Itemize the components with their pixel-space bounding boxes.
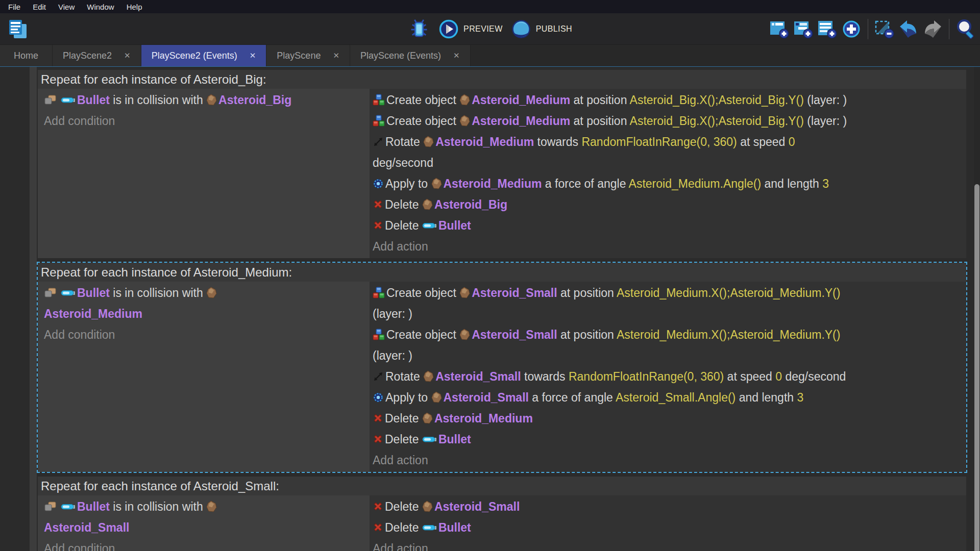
tab-home[interactable]: Home [0, 45, 53, 66]
event-header[interactable]: Repeat for each instance of Asteroid_Sma… [38, 477, 966, 495]
asteroid-icon [206, 500, 217, 512]
text-segment: (layer: ) [373, 307, 412, 320]
search-button[interactable] [954, 18, 977, 40]
preview-button[interactable]: PREVIEW [438, 19, 503, 39]
menu-edit[interactable]: Edit [27, 3, 52, 11]
action-row[interactable]: Apply to Asteroid_Small a force of angle… [373, 387, 962, 408]
action-row[interactable]: Delete Bullet [373, 517, 962, 538]
tab-close-icon[interactable]: ✕ [333, 51, 339, 60]
text-segment: Asteroid_Small [435, 370, 521, 383]
asteroid-icon [206, 287, 217, 298]
scrollbar[interactable] [974, 67, 980, 551]
undo-button[interactable] [897, 18, 920, 40]
add-condition-button[interactable]: Add condition [44, 324, 364, 345]
preview-play-icon [438, 19, 459, 39]
tab-playscene2-events[interactable]: PlayScene2 (Events)✕ [141, 45, 267, 66]
menu-window[interactable]: Window [81, 3, 120, 11]
add-event-button[interactable] [768, 18, 791, 40]
event-block[interactable]: Repeat for each instance of Asteroid_Big… [37, 69, 967, 259]
text-segment: Bullet [438, 219, 471, 232]
add-action-button[interactable]: Add action [373, 236, 962, 257]
event-header[interactable]: Repeat for each instance of Asteroid_Big… [38, 70, 966, 89]
text-segment: 0 [775, 370, 782, 383]
create-icon [373, 329, 385, 341]
tab-playscene2[interactable]: PlayScene2✕ [53, 45, 141, 66]
collision-icon [44, 95, 57, 105]
remove-event-icon [874, 18, 895, 40]
app-logo-button[interactable] [6, 17, 31, 41]
text-segment: Asteroid_Medium.X();Asteroid_Medium.Y() [617, 328, 840, 341]
scrollbar-thumb[interactable] [974, 184, 979, 551]
asteroid-icon [431, 178, 442, 189]
condition-row[interactable]: Bullet is in collision with Asteroid_Sma… [44, 496, 364, 538]
bullet-icon [61, 96, 76, 104]
debug-bug-icon [409, 19, 429, 39]
text-segment: Asteroid_Medium [44, 307, 142, 320]
event-block[interactable]: Repeat for each instance of Asteroid_Sma… [37, 475, 967, 551]
tab-close-icon[interactable]: ✕ [250, 51, 256, 60]
text-segment: Bullet [438, 521, 471, 534]
create-icon [373, 115, 385, 127]
action-row[interactable]: Delete Bullet [373, 215, 962, 236]
text-segment: Apply to [385, 177, 431, 190]
event-body: Bullet is in collision with Asteroid_Med… [38, 282, 966, 472]
add-condition-button[interactable]: Add condition [44, 538, 364, 551]
menu-file[interactable]: File [2, 3, 27, 11]
toolbar-separator [868, 19, 868, 39]
tab-playscene-events[interactable]: PlayScene (Events)✕ [350, 45, 471, 66]
text-segment: Delete [385, 219, 422, 232]
delete-icon [373, 199, 383, 210]
bullet-icon [422, 523, 437, 532]
bullet-icon [61, 289, 76, 297]
event-header[interactable]: Repeat for each instance of Asteroid_Med… [38, 263, 966, 282]
debug-button[interactable] [408, 18, 430, 40]
add-action-button[interactable]: Add action [373, 450, 962, 471]
publish-label: PUBLISH [536, 24, 572, 34]
tab-close-icon[interactable]: ✕ [453, 51, 460, 60]
text-segment: Delete [385, 500, 422, 513]
redo-button[interactable] [921, 18, 944, 40]
remove-event-button[interactable] [873, 18, 896, 40]
action-row[interactable]: Delete Asteroid_Small [373, 496, 962, 517]
text-segment: Bullet [438, 433, 471, 446]
tab-playscene[interactable]: PlayScene✕ [266, 45, 350, 66]
condition-row[interactable]: Bullet is in collision with Asteroid_Big [44, 90, 364, 111]
asteroid-icon [431, 391, 442, 403]
tab-bar: HomePlayScene2✕PlayScene2 (Events)✕PlayS… [0, 45, 980, 66]
add-condition-button[interactable]: Add condition [44, 111, 364, 132]
action-row[interactable]: Rotate Asteroid_Medium towards RandomFlo… [373, 132, 962, 173]
delete-icon [373, 522, 383, 533]
action-row[interactable]: Rotate Asteroid_Small towards RandomFloa… [373, 366, 962, 387]
asteroid-icon [422, 412, 433, 424]
events-sheet[interactable]: Repeat for each instance of Asteroid_Big… [37, 67, 967, 551]
add-comment-button[interactable] [816, 18, 839, 40]
condition-row[interactable]: Bullet is in collision with Asteroid_Med… [44, 283, 364, 324]
text-segment: Asteroid_Small [472, 286, 557, 299]
text-segment: towards [521, 370, 569, 383]
add-action-button[interactable]: Add action [373, 538, 962, 551]
add-circle-button[interactable] [840, 18, 863, 40]
text-segment: at speed [737, 135, 789, 148]
tab-close-icon[interactable]: ✕ [124, 51, 131, 60]
menu-help[interactable]: Help [120, 3, 149, 11]
force-icon [373, 392, 384, 403]
text-segment: and length [761, 177, 822, 190]
action-row[interactable]: Delete Asteroid_Medium [373, 408, 962, 429]
actions-column: Create object Asteroid_Medium at positio… [370, 89, 966, 258]
action-row[interactable]: Create object Asteroid_Medium at positio… [373, 111, 962, 132]
action-row[interactable]: Create object Asteroid_Small at position… [373, 283, 962, 324]
text-segment: deg/second [782, 370, 846, 383]
action-row[interactable]: Create object Asteroid_Small at position… [373, 324, 962, 366]
collision-icon [44, 288, 57, 298]
publish-button[interactable]: PUBLISH [511, 19, 572, 39]
event-block[interactable]: Repeat for each instance of Asteroid_Med… [37, 262, 967, 473]
action-row[interactable]: Delete Asteroid_Big [373, 194, 962, 215]
text-segment: Asteroid_Medium [434, 412, 533, 425]
action-row[interactable]: Delete Bullet [373, 429, 962, 450]
action-row[interactable]: Apply to Asteroid_Medium a force of angl… [373, 173, 962, 194]
delete-icon [373, 413, 383, 423]
add-subevent-button[interactable] [792, 18, 815, 40]
menu-view[interactable]: View [52, 3, 81, 11]
action-row[interactable]: Create object Asteroid_Medium at positio… [373, 90, 962, 111]
text-segment: Asteroid_Small.Angle() [616, 391, 736, 404]
